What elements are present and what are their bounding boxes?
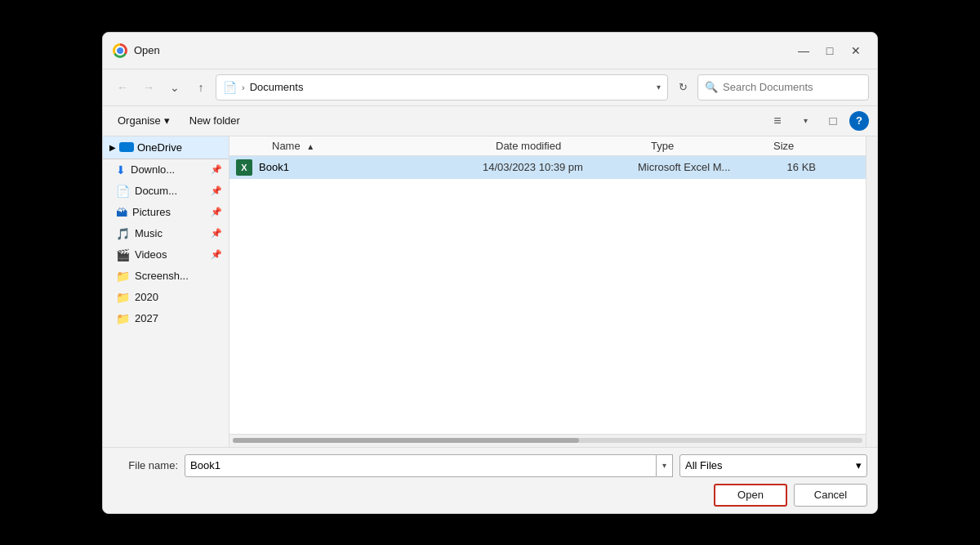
folder-2027-icon: 📁 [116,312,130,325]
sidebar-item-screenshots[interactable]: 📁 Screensh... [103,266,229,287]
music-icon: 🎵 [116,227,130,240]
maximize-button[interactable]: □ [818,39,841,62]
refresh-button[interactable]: ↻ [671,76,694,99]
address-bar[interactable]: 📄 › Documents ▾ [216,74,668,101]
file-name: Book1 [259,161,483,173]
search-bar[interactable]: 🔍 [697,74,869,101]
search-input[interactable] [723,81,862,93]
chrome-icon [113,43,127,58]
file-area: Name ▲ Date modified Type Size [229,136,866,447]
sidebar-documents-label: Docum... [135,185,177,197]
title-bar: Open — □ ✕ [103,33,877,69]
sidebar-pictures-label: Pictures [132,206,171,218]
sidebar-item-documents[interactable]: 📄 Docum... 📌 [103,181,229,202]
sidebar-2020-label: 2020 [135,291,158,303]
sidebar-onedrive[interactable]: ▶ OneDrive [103,136,229,159]
file-size: 16 KB [760,161,826,173]
filetype-select[interactable]: All Files ▾ [679,454,867,477]
file-icon-cell [229,159,259,176]
address-dropdown-icon[interactable]: ▾ [657,83,661,92]
filetype-dropdown-icon: ▾ [856,459,862,471]
back-button[interactable]: ← [111,76,134,99]
search-icon: 🔍 [705,81,718,93]
file-date: 14/03/2023 10:39 pm [483,161,638,173]
music-pin: 📌 [211,228,222,239]
navigation-bar: ← → ⌄ ↑ 📄 › Documents ▾ ↻ 🔍 [103,69,877,106]
new-folder-button[interactable]: New folder [183,111,247,130]
main-content: ▶ OneDrive ⬇ Downlo... 📌 📄 Docum... 📌 🏔 … [103,136,877,447]
pictures-pin: 📌 [211,207,222,217]
sidebar-item-downloads[interactable]: ⬇ Downlo... 📌 [103,159,229,181]
filename-row: File name: ▾ All Files ▾ [113,454,867,477]
dialog-title: Open [134,44,160,56]
organise-button[interactable]: Organise ▾ [111,111,176,130]
title-bar-controls: — □ ✕ [792,39,867,62]
sidebar-item-videos[interactable]: 🎬 Videos 📌 [103,244,229,266]
sidebar-onedrive-label: OneDrive [137,141,182,154]
toolbar: Organise ▾ New folder ≡ ▾ □ ? [103,106,877,136]
filename-input[interactable] [185,454,657,477]
onedrive-icon [119,142,134,152]
file-type: Microsoft Excel M... [638,161,760,173]
sidebar-item-2027[interactable]: 📁 2027 [103,308,229,329]
minimize-button[interactable]: — [792,39,815,62]
address-path: Documents [250,81,652,93]
close-button[interactable]: ✕ [844,39,867,62]
filename-label: File name: [113,459,178,471]
organise-arrow: ▾ [164,114,170,127]
sidebar-music-label: Music [135,227,163,239]
file-row-book1[interactable]: Book1 14/03/2023 10:39 pm Microsoft Exce… [229,156,866,179]
view-pane-button[interactable]: □ [822,109,844,132]
up-button[interactable]: ↑ [189,76,212,99]
videos-icon: 🎬 [116,248,130,261]
file-list: Name ▲ Date modified Type Size [229,136,866,434]
sidebar: ▶ OneDrive ⬇ Downlo... 📌 📄 Docum... 📌 🏔 … [103,136,229,447]
footer: File name: ▾ All Files ▾ Open Cancel [103,447,877,513]
name-sort-arrow: ▲ [306,142,314,151]
h-scrollbar-track [233,438,862,443]
sidebar-item-pictures[interactable]: 🏔 Pictures 📌 [103,202,229,223]
sidebar-downloads-label: Downlo... [131,163,175,176]
col-date-header[interactable]: Date modified [496,140,651,152]
help-button[interactable]: ? [849,111,869,131]
cancel-button[interactable]: Cancel [794,484,867,507]
dropdown-button[interactable]: ⌄ [163,76,186,99]
file-list-header: Name ▲ Date modified Type Size [229,136,866,156]
toolbar-right: ≡ ▾ □ ? [766,109,869,132]
title-bar-left: Open [113,43,160,58]
filename-input-group: ▾ [185,454,673,477]
view-list-button[interactable]: ≡ [766,109,789,132]
filetype-value: All Files [685,459,723,471]
open-button[interactable]: Open [714,484,787,507]
col-type-header[interactable]: Type [651,140,773,152]
filename-dropdown[interactable]: ▾ [657,454,673,477]
pictures-icon: 🏔 [116,206,127,219]
forward-button[interactable]: → [137,76,160,99]
downloads-icon: ⬇ [116,163,126,176]
sidebar-screenshots-label: Screensh... [135,270,189,282]
col-name-header[interactable]: Name ▲ [243,140,496,152]
open-dialog: Open — □ ✕ ← → ⌄ ↑ 📄 › Documents ▾ ↻ 🔍 O… [102,32,878,514]
sidebar-2027-label: 2027 [135,312,158,324]
address-separator: › [242,83,245,92]
sidebar-item-music[interactable]: 🎵 Music 📌 [103,223,229,244]
vertical-scrollbar[interactable] [866,136,877,447]
sidebar-item-2020[interactable]: 📁 2020 [103,287,229,308]
sidebar-videos-label: Videos [135,248,167,261]
downloads-pin: 📌 [211,164,222,175]
documents-icon: 📄 [116,185,130,198]
h-scrollbar-thumb [233,438,579,443]
address-icon: 📄 [223,81,237,94]
col-size-header[interactable]: Size [773,140,839,152]
view-pane-dropdown[interactable]: ▾ [794,109,817,132]
horizontal-scrollbar[interactable] [229,434,866,447]
documents-pin: 📌 [211,185,222,196]
excel-icon [236,159,252,176]
organise-label: Organise [118,114,161,127]
folder-2020-icon: 📁 [116,291,130,304]
sidebar-expand-icon: ▶ [109,143,116,152]
videos-pin: 📌 [211,249,222,260]
screenshots-icon: 📁 [116,270,130,283]
footer-buttons: Open Cancel [113,484,867,507]
